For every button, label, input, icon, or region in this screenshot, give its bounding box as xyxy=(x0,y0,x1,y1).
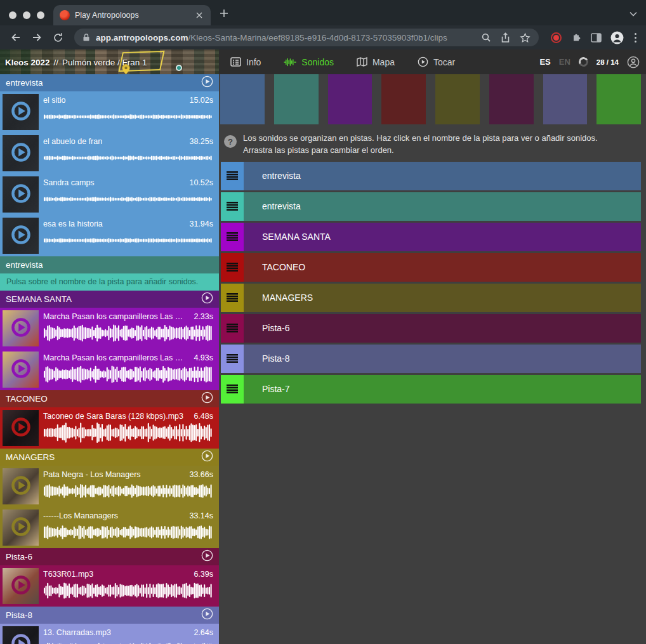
clip-item[interactable]: Marcha Pasan los campanilleros Las Mejor… xyxy=(0,308,219,349)
nav-info[interactable]: Info xyxy=(230,57,261,67)
clip-play-icon[interactable] xyxy=(10,416,32,440)
new-tab-button[interactable] xyxy=(220,9,228,25)
zoom-page-icon[interactable] xyxy=(481,32,491,43)
clip-thumbnail[interactable] xyxy=(3,509,39,546)
back-button[interactable] xyxy=(8,29,24,46)
clip-play-icon[interactable] xyxy=(10,317,32,341)
track-section-header[interactable]: Pista-6 xyxy=(0,548,219,565)
clip-item[interactable]: Marcha Pasan los campanilleros Las Mejor… xyxy=(0,349,219,390)
track-drag-handle[interactable] xyxy=(221,345,244,373)
extensions-puzzle-icon[interactable] xyxy=(570,32,582,43)
track-play-button[interactable] xyxy=(201,292,213,306)
track-play-button[interactable] xyxy=(201,549,213,564)
clip-play-icon[interactable] xyxy=(10,358,32,382)
drag-handle-icon xyxy=(227,171,238,180)
track-drag-handle[interactable] xyxy=(221,192,244,221)
clip-thumbnail[interactable] xyxy=(3,218,39,254)
bookmark-star-icon[interactable] xyxy=(520,32,531,43)
lang-es-button[interactable]: ES xyxy=(539,57,550,67)
track-row[interactable]: MANAGERS xyxy=(221,284,641,312)
track-section-header[interactable]: entrevista xyxy=(0,256,219,273)
track-section-header[interactable]: SEMANA SANTA xyxy=(0,291,219,308)
track-pad[interactable] xyxy=(435,74,480,124)
track-row[interactable]: entrevista xyxy=(221,162,641,190)
track-drag-handle[interactable] xyxy=(221,223,244,251)
track-drag-handle[interactable] xyxy=(221,284,244,312)
track-play-button[interactable] xyxy=(201,76,213,90)
share-icon[interactable] xyxy=(501,32,510,43)
clip-thumbnail[interactable] xyxy=(3,135,39,171)
track-pad[interactable] xyxy=(543,74,588,124)
track-drag-handle[interactable] xyxy=(221,253,244,282)
clip-play-icon[interactable] xyxy=(10,574,32,598)
track-pad[interactable] xyxy=(328,74,372,124)
track-pad[interactable] xyxy=(597,74,641,124)
clip-play-icon[interactable] xyxy=(10,475,32,499)
tab-search-chevron-icon[interactable] xyxy=(630,8,637,19)
track-section-header[interactable]: Pista-8 xyxy=(0,607,219,624)
track-section-header[interactable]: entrevista xyxy=(0,74,219,91)
clip-thumbnail[interactable] xyxy=(3,626,39,644)
clip-item[interactable]: 13. Charradas.mp32.64s xyxy=(0,624,219,644)
clip-item[interactable]: T633R01.mp36.39s xyxy=(0,565,219,607)
tab-close-icon[interactable] xyxy=(194,10,204,20)
track-row[interactable]: SEMANA SANTA xyxy=(221,223,641,251)
track-row[interactable]: Pista-6 xyxy=(221,314,641,343)
window-zoom-button[interactable] xyxy=(37,11,44,19)
clip-thumbnail[interactable] xyxy=(3,568,39,604)
clip-thumbnail[interactable] xyxy=(3,410,39,446)
track-play-button[interactable] xyxy=(201,391,213,406)
nav-tocar[interactable]: Tocar xyxy=(418,56,455,67)
track-play-button[interactable] xyxy=(201,608,213,622)
side-panel-icon[interactable] xyxy=(591,33,602,43)
clip-thumbnail[interactable] xyxy=(3,176,39,213)
clip-play-icon[interactable] xyxy=(10,100,32,124)
nav-sonidos[interactable]: Sonidos xyxy=(284,57,334,67)
track-drag-handle[interactable] xyxy=(221,375,244,404)
clip-thumbnail[interactable] xyxy=(3,310,39,346)
track-pad[interactable] xyxy=(489,74,534,124)
nav-mapa[interactable]: Mapa xyxy=(357,57,395,67)
clip-item[interactable]: ------Los Mananagers33.14s xyxy=(0,507,219,548)
breadcrumb: Kleos 2022//Pulmón verde / Fran 1 xyxy=(5,57,147,67)
account-icon[interactable] xyxy=(627,56,640,69)
clip-play-icon[interactable] xyxy=(10,183,32,207)
clip-play-icon[interactable] xyxy=(10,224,32,248)
track-section-header[interactable]: MANAGERS xyxy=(0,449,219,466)
clip-play-icon[interactable] xyxy=(10,516,32,540)
browser-tab[interactable]: Play Antropoloops xyxy=(53,5,211,25)
address-bar[interactable]: app.antropoloops.com/Kleos-Santa-Marina/… xyxy=(74,29,539,46)
track-play-button[interactable] xyxy=(201,450,213,464)
clip-item[interactable]: el sitio15.02s xyxy=(0,91,219,133)
browser-tab-bar: Play Antropoloops xyxy=(0,0,646,25)
lang-en-button[interactable]: EN xyxy=(559,57,570,67)
clip-item[interactable]: esa es la historia31.94s xyxy=(0,215,219,256)
track-row[interactable]: Pista-7 xyxy=(221,375,641,404)
track-pad[interactable] xyxy=(274,74,319,124)
track-section-header[interactable]: TACONEO xyxy=(0,390,219,407)
clip-duration: 33.66s xyxy=(189,470,213,479)
profile-avatar[interactable] xyxy=(610,31,624,44)
clip-item[interactable]: Sandra camps10.52s xyxy=(0,174,219,215)
browser-menu-icon[interactable] xyxy=(633,33,638,43)
record-extension-icon[interactable] xyxy=(551,32,562,43)
clip-thumbnail[interactable] xyxy=(3,94,39,130)
track-drag-handle[interactable] xyxy=(221,314,244,343)
window-minimize-button[interactable] xyxy=(23,11,30,19)
clip-thumbnail[interactable] xyxy=(3,468,39,504)
track-pad[interactable] xyxy=(220,74,265,124)
track-pad[interactable] xyxy=(381,74,426,124)
clip-item[interactable]: Pata Negra - Los Managers33.66s xyxy=(0,466,219,507)
clip-thumbnail[interactable] xyxy=(3,352,39,388)
forward-button[interactable] xyxy=(29,29,45,46)
clip-item[interactable]: Taconeo de Sara Baras (128 kbps).mp36.48… xyxy=(0,407,219,449)
clip-play-icon[interactable] xyxy=(10,633,32,644)
track-row[interactable]: TACONEO xyxy=(221,253,641,282)
track-row[interactable]: entrevista xyxy=(221,192,641,221)
track-row[interactable]: Pista-8 xyxy=(221,345,641,373)
clip-item[interactable]: el abuelo de fran38.25s xyxy=(0,133,219,174)
track-drag-handle[interactable] xyxy=(221,162,244,190)
reload-button[interactable] xyxy=(49,29,66,46)
window-close-button[interactable] xyxy=(9,11,16,19)
clip-play-icon[interactable] xyxy=(10,141,32,166)
